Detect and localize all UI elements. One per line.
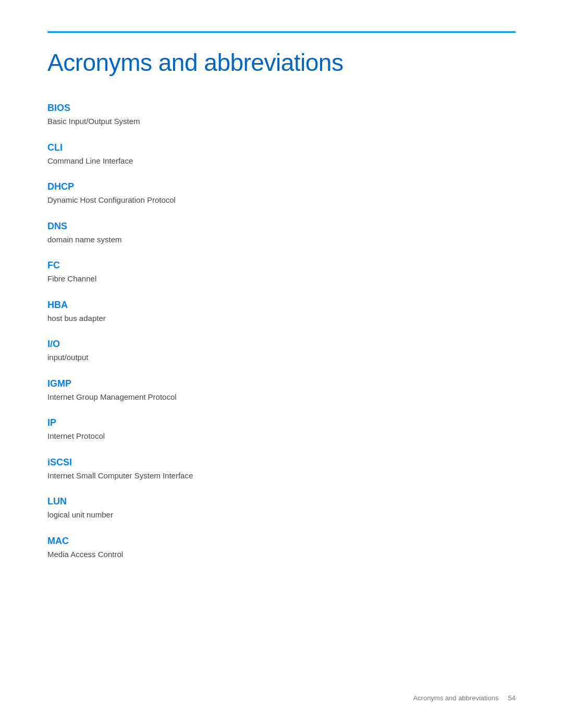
acronym-term: FC: [47, 260, 516, 271]
acronym-term: HBA: [47, 300, 516, 311]
acronym-definition: Internet Small Computer System Interface: [47, 470, 516, 482]
top-border: [47, 31, 516, 33]
footer-page-number: 54: [508, 694, 516, 702]
page-title: Acronyms and abbreviations: [47, 48, 516, 77]
acronym-term: IGMP: [47, 378, 516, 389]
acronym-definition: Basic Input/Output System: [47, 116, 516, 128]
page-container: Acronyms and abbreviations BIOSBasic Inp…: [0, 0, 563, 616]
acronym-definition: Dynamic Host Configuration Protocol: [47, 194, 516, 206]
acronym-term: DNS: [47, 221, 516, 232]
acronym-item: MACMedia Access Control: [47, 536, 516, 561]
acronym-definition: Internet Protocol: [47, 430, 516, 442]
acronym-item: IPInternet Protocol: [47, 417, 516, 442]
acronym-term: DHCP: [47, 181, 516, 192]
acronym-definition: logical unit number: [47, 509, 516, 521]
acronym-item: HBAhost bus adapter: [47, 300, 516, 325]
acronym-definition: host bus adapter: [47, 313, 516, 325]
acronym-item: DNSdomain name system: [47, 221, 516, 246]
acronym-term: LUN: [47, 496, 516, 507]
acronym-term: I/O: [47, 339, 516, 350]
acronym-definition: Command Line Interface: [47, 155, 516, 167]
acronym-term: IP: [47, 417, 516, 428]
acronym-item: LUNlogical unit number: [47, 496, 516, 521]
acronym-definition: Internet Group Management Protocol: [47, 391, 516, 403]
acronym-term: MAC: [47, 536, 516, 547]
acronym-list: BIOSBasic Input/Output SystemCLICommand …: [47, 103, 516, 560]
acronym-item: I/Oinput/output: [47, 339, 516, 364]
acronym-item: iSCSIInternet Small Computer System Inte…: [47, 457, 516, 482]
acronym-term: iSCSI: [47, 457, 516, 468]
acronym-definition: domain name system: [47, 234, 516, 246]
page-footer: Acronyms and abbreviations 54: [413, 694, 516, 702]
acronym-item: FCFibre Channel: [47, 260, 516, 285]
acronym-term: BIOS: [47, 103, 516, 114]
acronym-definition: Media Access Control: [47, 549, 516, 561]
acronym-item: IGMPInternet Group Management Protocol: [47, 378, 516, 403]
footer-text: Acronyms and abbreviations: [413, 694, 498, 702]
acronym-item: CLICommand Line Interface: [47, 142, 516, 167]
acronym-definition: input/output: [47, 352, 516, 364]
acronym-definition: Fibre Channel: [47, 273, 516, 285]
acronym-item: BIOSBasic Input/Output System: [47, 103, 516, 128]
acronym-term: CLI: [47, 142, 516, 153]
acronym-item: DHCPDynamic Host Configuration Protocol: [47, 181, 516, 206]
